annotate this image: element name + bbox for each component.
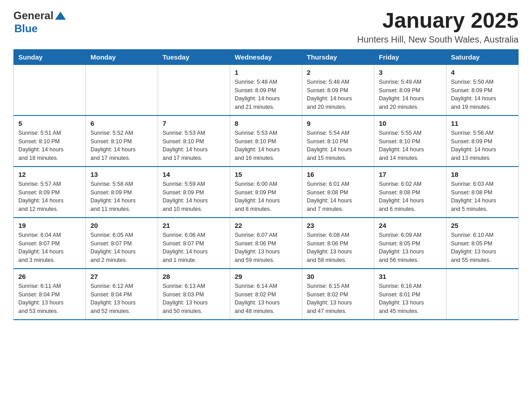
day-number: 28 bbox=[163, 273, 225, 280]
calendar-cell: 29Sunrise: 6:14 AMSunset: 8:02 PMDayligh… bbox=[230, 269, 302, 320]
day-number: 9 bbox=[307, 120, 369, 127]
day-info: Sunrise: 6:13 AMSunset: 8:03 PMDaylight:… bbox=[163, 282, 225, 316]
calendar-body: 1Sunrise: 5:48 AMSunset: 8:09 PMDaylight… bbox=[14, 64, 519, 320]
day-number: 6 bbox=[90, 120, 153, 127]
day-info: Sunrise: 6:01 AMSunset: 8:08 PMDaylight:… bbox=[307, 180, 369, 214]
calendar-header: SundayMondayTuesdayWednesdayThursdayFrid… bbox=[14, 49, 519, 64]
calendar-cell: 17Sunrise: 6:02 AMSunset: 8:08 PMDayligh… bbox=[374, 167, 446, 218]
day-info: Sunrise: 6:16 AMSunset: 8:01 PMDaylight:… bbox=[379, 282, 442, 316]
calendar-cell: 20Sunrise: 6:05 AMSunset: 8:07 PMDayligh… bbox=[86, 218, 158, 269]
day-number: 23 bbox=[307, 222, 369, 229]
calendar-cell: 31Sunrise: 6:16 AMSunset: 8:01 PMDayligh… bbox=[374, 269, 446, 320]
calendar-cell bbox=[86, 64, 158, 116]
day-number: 18 bbox=[451, 171, 514, 178]
calendar-cell: 2Sunrise: 5:48 AMSunset: 8:09 PMDaylight… bbox=[302, 64, 374, 116]
day-info: Sunrise: 5:53 AMSunset: 8:10 PMDaylight:… bbox=[163, 129, 225, 163]
day-info: Sunrise: 6:03 AMSunset: 8:08 PMDaylight:… bbox=[451, 180, 514, 214]
calendar-cell bbox=[14, 64, 86, 116]
day-info: Sunrise: 6:08 AMSunset: 8:06 PMDaylight:… bbox=[307, 231, 369, 265]
calendar-cell: 19Sunrise: 6:04 AMSunset: 8:07 PMDayligh… bbox=[14, 218, 86, 269]
day-number: 5 bbox=[18, 120, 81, 127]
calendar-cell: 9Sunrise: 5:54 AMSunset: 8:10 PMDaylight… bbox=[302, 116, 374, 167]
day-info: Sunrise: 5:50 AMSunset: 8:09 PMDaylight:… bbox=[451, 78, 514, 111]
calendar-cell: 8Sunrise: 5:53 AMSunset: 8:10 PMDaylight… bbox=[230, 116, 302, 167]
day-info: Sunrise: 5:56 AMSunset: 8:09 PMDaylight:… bbox=[451, 129, 514, 163]
day-info: Sunrise: 6:11 AMSunset: 8:04 PMDaylight:… bbox=[18, 282, 81, 316]
calendar-table: SundayMondayTuesdayWednesdayThursdayFrid… bbox=[13, 49, 519, 320]
calendar-cell: 22Sunrise: 6:07 AMSunset: 8:06 PMDayligh… bbox=[230, 218, 302, 269]
month-title: January 2025 bbox=[357, 9, 519, 33]
calendar-cell: 28Sunrise: 6:13 AMSunset: 8:03 PMDayligh… bbox=[158, 269, 230, 320]
day-number: 22 bbox=[235, 222, 297, 229]
day-info: Sunrise: 6:00 AMSunset: 8:09 PMDaylight:… bbox=[235, 180, 297, 214]
day-number: 27 bbox=[90, 273, 153, 280]
calendar-cell: 30Sunrise: 6:15 AMSunset: 8:02 PMDayligh… bbox=[302, 269, 374, 320]
day-info: Sunrise: 5:52 AMSunset: 8:10 PMDaylight:… bbox=[90, 129, 153, 163]
calendar-cell: 6Sunrise: 5:52 AMSunset: 8:10 PMDaylight… bbox=[86, 116, 158, 167]
location-title: Hunters Hill, New South Wales, Australia bbox=[357, 34, 519, 45]
day-number: 15 bbox=[235, 171, 297, 178]
logo-blue-text: Blue bbox=[14, 22, 38, 34]
day-info: Sunrise: 6:02 AMSunset: 8:08 PMDaylight:… bbox=[379, 180, 442, 214]
day-number: 1 bbox=[235, 68, 297, 76]
day-info: Sunrise: 5:48 AMSunset: 8:09 PMDaylight:… bbox=[307, 78, 369, 111]
calendar-cell: 27Sunrise: 6:12 AMSunset: 8:04 PMDayligh… bbox=[86, 269, 158, 320]
day-info: Sunrise: 5:57 AMSunset: 8:09 PMDaylight:… bbox=[18, 180, 81, 214]
day-of-week-header: Sunday bbox=[14, 49, 86, 64]
day-number: 21 bbox=[163, 222, 225, 229]
calendar-week-row: 1Sunrise: 5:48 AMSunset: 8:09 PMDaylight… bbox=[14, 64, 519, 116]
calendar-week-row: 12Sunrise: 5:57 AMSunset: 8:09 PMDayligh… bbox=[14, 167, 519, 218]
day-info: Sunrise: 5:48 AMSunset: 8:09 PMDaylight:… bbox=[235, 78, 297, 111]
logo: General Blue bbox=[13, 9, 67, 35]
day-info: Sunrise: 5:58 AMSunset: 8:09 PMDaylight:… bbox=[90, 180, 153, 214]
day-number: 17 bbox=[379, 171, 442, 178]
day-of-week-header: Wednesday bbox=[230, 49, 302, 64]
day-info: Sunrise: 5:59 AMSunset: 8:09 PMDaylight:… bbox=[163, 180, 225, 214]
calendar-week-row: 26Sunrise: 6:11 AMSunset: 8:04 PMDayligh… bbox=[14, 269, 519, 320]
calendar-cell: 13Sunrise: 5:58 AMSunset: 8:09 PMDayligh… bbox=[86, 167, 158, 218]
day-of-week-header: Tuesday bbox=[158, 49, 230, 64]
day-number: 26 bbox=[18, 273, 81, 280]
day-of-week-header: Thursday bbox=[302, 49, 374, 64]
day-number: 16 bbox=[307, 171, 369, 178]
day-info: Sunrise: 5:49 AMSunset: 8:09 PMDaylight:… bbox=[379, 78, 442, 111]
day-number: 19 bbox=[18, 222, 81, 229]
day-info: Sunrise: 5:51 AMSunset: 8:10 PMDaylight:… bbox=[18, 129, 81, 163]
day-info: Sunrise: 6:07 AMSunset: 8:06 PMDaylight:… bbox=[235, 231, 297, 265]
calendar-week-row: 19Sunrise: 6:04 AMSunset: 8:07 PMDayligh… bbox=[14, 218, 519, 269]
calendar-cell: 26Sunrise: 6:11 AMSunset: 8:04 PMDayligh… bbox=[14, 269, 86, 320]
calendar-week-row: 5Sunrise: 5:51 AMSunset: 8:10 PMDaylight… bbox=[14, 116, 519, 167]
calendar-cell: 23Sunrise: 6:08 AMSunset: 8:06 PMDayligh… bbox=[302, 218, 374, 269]
day-number: 8 bbox=[235, 120, 297, 127]
day-number: 13 bbox=[90, 171, 153, 178]
day-number: 30 bbox=[307, 273, 369, 280]
day-number: 11 bbox=[451, 120, 514, 127]
day-info: Sunrise: 6:05 AMSunset: 8:07 PMDaylight:… bbox=[90, 231, 153, 265]
calendar-cell: 1Sunrise: 5:48 AMSunset: 8:09 PMDaylight… bbox=[230, 64, 302, 116]
day-number: 31 bbox=[379, 273, 442, 280]
calendar-cell: 5Sunrise: 5:51 AMSunset: 8:10 PMDaylight… bbox=[14, 116, 86, 167]
calendar-cell: 14Sunrise: 5:59 AMSunset: 8:09 PMDayligh… bbox=[158, 167, 230, 218]
day-info: Sunrise: 6:06 AMSunset: 8:07 PMDaylight:… bbox=[163, 231, 225, 265]
calendar-cell: 24Sunrise: 6:09 AMSunset: 8:05 PMDayligh… bbox=[374, 218, 446, 269]
day-of-week-header: Saturday bbox=[446, 49, 519, 64]
svg-marker-0 bbox=[55, 12, 66, 20]
day-info: Sunrise: 6:14 AMSunset: 8:02 PMDaylight:… bbox=[235, 282, 297, 316]
calendar-cell: 11Sunrise: 5:56 AMSunset: 8:09 PMDayligh… bbox=[446, 116, 519, 167]
day-info: Sunrise: 5:53 AMSunset: 8:10 PMDaylight:… bbox=[235, 129, 297, 163]
title-section: January 2025 Hunters Hill, New South Wal… bbox=[357, 9, 519, 45]
day-number: 29 bbox=[235, 273, 297, 280]
day-number: 24 bbox=[379, 222, 442, 229]
day-info: Sunrise: 6:09 AMSunset: 8:05 PMDaylight:… bbox=[379, 231, 442, 265]
calendar-cell: 25Sunrise: 6:10 AMSunset: 8:05 PMDayligh… bbox=[446, 218, 519, 269]
day-number: 2 bbox=[307, 68, 369, 76]
day-of-week-header: Monday bbox=[86, 49, 158, 64]
day-number: 10 bbox=[379, 120, 442, 127]
calendar-cell: 3Sunrise: 5:49 AMSunset: 8:09 PMDaylight… bbox=[374, 64, 446, 116]
day-info: Sunrise: 6:12 AMSunset: 8:04 PMDaylight:… bbox=[90, 282, 153, 316]
day-info: Sunrise: 6:04 AMSunset: 8:07 PMDaylight:… bbox=[18, 231, 81, 265]
logo-general-text: General bbox=[13, 9, 53, 22]
calendar-cell: 10Sunrise: 5:55 AMSunset: 8:10 PMDayligh… bbox=[374, 116, 446, 167]
page-header: General Blue January 2025 Hunters Hill, … bbox=[13, 9, 519, 45]
calendar-cell: 15Sunrise: 6:00 AMSunset: 8:09 PMDayligh… bbox=[230, 167, 302, 218]
